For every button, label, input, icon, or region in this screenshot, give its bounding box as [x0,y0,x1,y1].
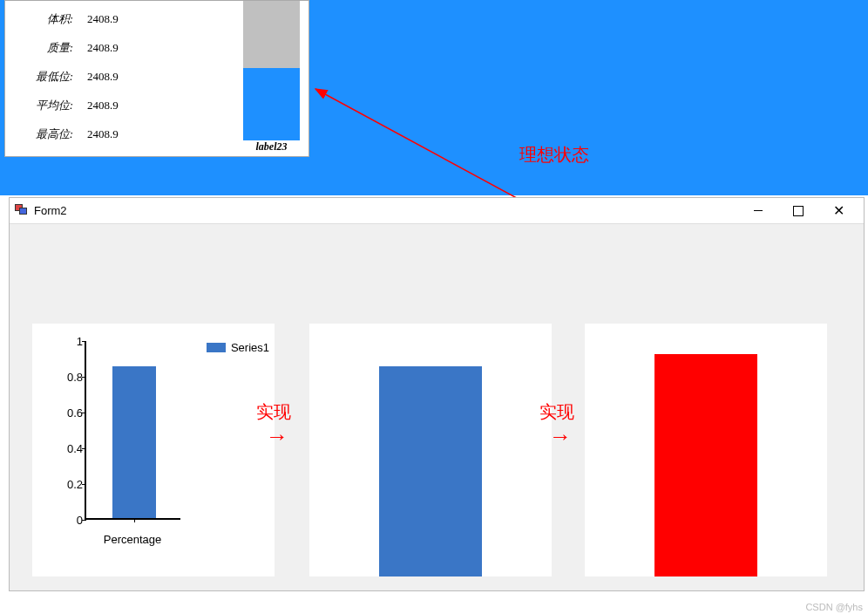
info-value: 2408.9 [80,41,150,55]
chart-legend: Series1 [207,341,269,354]
titlebar[interactable]: Form2 ✕ [10,198,864,224]
annotation-ideal: 理想状态 [519,143,589,167]
info-value: 2408.9 [80,70,150,84]
info-value: 2408.9 [80,127,150,141]
watermark: CSDN @fyhs [805,602,863,612]
chart-axes: 00.20.40.60.81 [85,341,180,520]
mini-bar-fill [243,68,300,140]
annotation-impl-2: 实现 [539,400,574,424]
arrow-right-icon: → [549,423,572,450]
mini-bar [243,1,300,140]
maximize-button[interactable] [778,199,818,223]
info-label: 最低位: [10,69,80,85]
chart-2 [309,324,552,576]
window-title: Form2 [34,204,738,217]
info-label: 平均位: [10,98,80,113]
y-tick-label: 0.6 [53,406,83,420]
info-label: 最高位: [10,126,80,142]
chart2-bar [379,366,482,576]
chart1-bar [112,366,156,518]
y-tick-label: 0 [53,514,83,527]
chart-1: Series1 00.20.40.60.81 Percentage [32,324,275,576]
annotation-impl-1: 实现 [256,400,291,424]
legend-label: Series1 [231,341,269,354]
chart-3 [585,324,827,576]
info-value: 2408.9 [80,12,150,26]
y-tick-label: 0.4 [53,442,83,455]
y-tick-label: 0.8 [53,371,83,384]
mini-bar-label: label23 [243,140,300,154]
legend-swatch [207,343,226,352]
minimize-button[interactable] [738,199,778,223]
arrow-right-icon: → [266,423,288,450]
form2-window: Form2 ✕ Series1 00.20.40.60.81 Percentag… [9,197,865,591]
info-panel: 体积: 2408.9 质量: 2408.9 最低位: 2408.9 平均位: 2… [4,0,309,157]
y-tick-label: 0.2 [53,478,83,491]
form2-body: Series1 00.20.40.60.81 Percentage 实现 → 实… [10,224,864,590]
y-tick-label: 1 [53,335,83,348]
close-button[interactable]: ✕ [818,199,858,223]
app-icon [15,204,29,218]
top-background: 体积: 2408.9 质量: 2408.9 最低位: 2408.9 平均位: 2… [0,0,868,195]
x-axis-label: Percentage [85,533,180,546]
chart3-bar [654,354,757,576]
info-label: 体积: [10,11,80,27]
info-label: 质量: [10,40,80,56]
info-value: 2408.9 [80,99,150,113]
